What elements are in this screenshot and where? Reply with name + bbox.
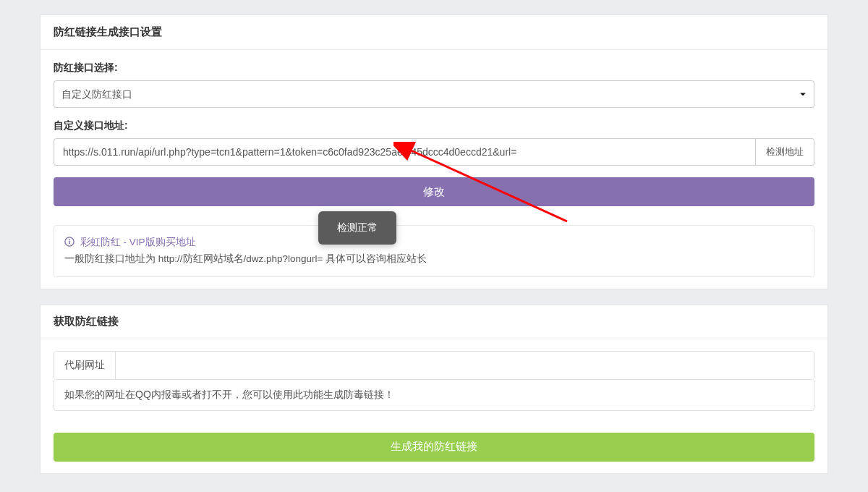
- buy-vip-link[interactable]: 彩虹防红 - VIP版购买地址: [80, 237, 196, 247]
- settings-panel: 防红链接生成接口设置 防红接口选择: 自定义防红接口 自定义接口地址: 检测地址…: [40, 14, 828, 289]
- api-select[interactable]: 自定义防红接口: [54, 80, 814, 108]
- generate-panel-title: 获取防红链接: [41, 305, 827, 339]
- info-note-text: 一般防红接口地址为 http://防红网站域名/dwz.php?longurl=…: [64, 251, 804, 268]
- api-select-group: 防红接口选择: 自定义防红接口: [54, 62, 814, 108]
- info-note: 彩虹防红 - VIP版购买地址 一般防红接口地址为 http://防红网站域名/…: [54, 225, 814, 277]
- generate-button[interactable]: 生成我的防红链接: [54, 433, 814, 462]
- generate-panel-body: 代刷网址 如果您的网址在QQ内报毒或者打不开，您可以使用此功能生成防毒链接！ 生…: [41, 339, 827, 473]
- api-url-input[interactable]: [54, 138, 756, 166]
- api-url-input-group: 检测地址: [54, 138, 814, 166]
- api-url-group: 自定义接口地址: 检测地址: [54, 119, 814, 166]
- generate-panel: 获取防红链接 代刷网址 如果您的网址在QQ内报毒或者打不开，您可以使用此功能生成…: [40, 304, 828, 474]
- settings-panel-body: 防红接口选择: 自定义防红接口 自定义接口地址: 检测地址 修改 彩: [41, 50, 827, 289]
- svg-point-2: [69, 239, 70, 240]
- proxy-url-row: 代刷网址 如果您的网址在QQ内报毒或者打不开，您可以使用此功能生成防毒链接！: [54, 351, 814, 411]
- test-url-button[interactable]: 检测地址: [756, 138, 814, 166]
- proxy-url-label: 代刷网址: [54, 352, 116, 379]
- api-select-label: 防红接口选择:: [54, 62, 814, 75]
- svg-rect-1: [69, 241, 69, 244]
- api-url-label: 自定义接口地址:: [54, 119, 814, 132]
- modify-button[interactable]: 修改: [54, 177, 814, 206]
- settings-panel-title: 防红链接生成接口设置: [41, 15, 827, 50]
- status-toast: 检测正常: [318, 211, 396, 245]
- info-icon: [64, 236, 75, 246]
- proxy-url-input[interactable]: [116, 352, 814, 379]
- generate-hint: 如果您的网址在QQ内报毒或者打不开，您可以使用此功能生成防毒链接！: [54, 380, 814, 411]
